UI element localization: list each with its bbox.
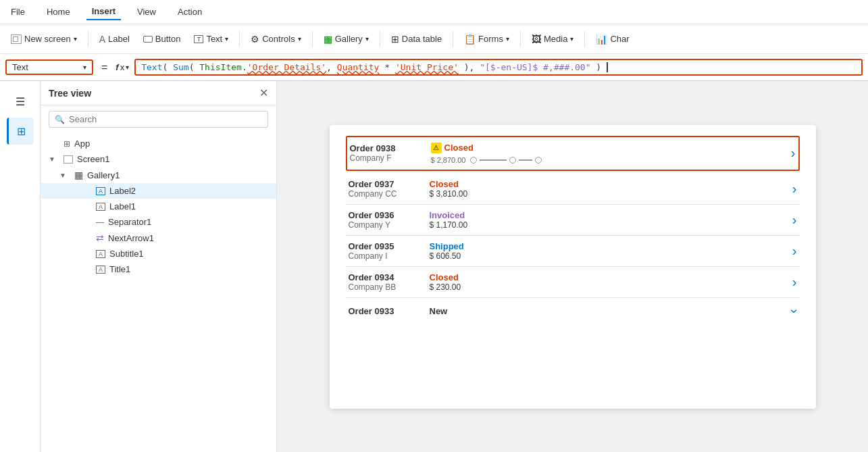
formula-cursor (601, 62, 608, 72)
order-info-3: Order 0935 Company I (349, 241, 430, 261)
formula-text-text: Text (141, 62, 162, 72)
tree-item-app[interactable]: ⊞ App (41, 136, 276, 151)
menu-home[interactable]: Home (41, 4, 76, 20)
tree-item-screen1[interactable]: ▼ Screen1 (41, 151, 276, 167)
menu-view[interactable]: View (132, 4, 161, 20)
fx-chevron-icon: ▾ (126, 64, 129, 71)
tree-item-separator1[interactable]: — Separator1 (41, 214, 276, 230)
gallery-item-0[interactable]: Order 0938 Company F ⚠ Closed $ 2,870.00 (346, 136, 800, 171)
search-input[interactable] (69, 114, 262, 124)
sidebar-hamburger[interactable]: ☰ (7, 88, 34, 115)
formula-text-multiply: * (379, 62, 394, 72)
formula-text-sum: Sum (173, 62, 188, 72)
status-area-3: Shipped $ 606.50 (430, 241, 551, 261)
formula-text-comma1: , (326, 62, 332, 72)
equals-sign: = (101, 61, 107, 74)
screen1-icon (63, 155, 73, 164)
connector-line (480, 159, 507, 161)
divider-7 (584, 31, 585, 47)
chart-button[interactable]: 📊 Char (590, 31, 634, 47)
label1-icon: A (96, 203, 105, 211)
gallery-chevron-icon: ▾ (365, 35, 369, 43)
tree-item-subtitle1[interactable]: A Subtitle1 (41, 246, 276, 261)
handle-right[interactable] (535, 157, 542, 164)
gallery-item-5[interactable]: Order 0933 New › (346, 298, 800, 324)
tree-item-label1[interactable]: A Label1 (41, 199, 276, 214)
handle-mid[interactable] (509, 157, 516, 164)
gallery-item-1[interactable]: Order 0937 Company CC Closed $ 3,810.00 … (346, 174, 800, 205)
status-area-0: ⚠ Closed $ 2,870.00 (431, 143, 553, 164)
sidebar-layers[interactable]: ⊞ (7, 118, 34, 145)
formula-text-quantity: Quantity (337, 62, 380, 72)
tree-item-nextarrow1[interactable]: ⇄ NextArrow1 (41, 230, 276, 246)
menu-action[interactable]: Action (172, 4, 207, 20)
gallery-item-4[interactable]: Order 0934 Company BB Closed $ 230.00 › (346, 267, 800, 298)
chevron-3: › (792, 243, 797, 259)
tree-header: Tree view ✕ (41, 81, 276, 105)
tree-item-gallery1[interactable]: ▼ ▦ Gallery1 (41, 167, 276, 183)
formula-bar: Text ▾ = f x ▾ Text ( Sum ( ThisItem . '… (0, 54, 868, 81)
formula-text-paren2: ( (189, 62, 195, 72)
separator1-icon: — (96, 218, 104, 227)
formula-text-space1 (168, 62, 173, 72)
warning-icon-0: ⚠ (431, 143, 442, 153)
connector-line2 (519, 159, 532, 161)
gallery-item-3[interactable]: Order 0935 Company I Shipped $ 606.50 › (346, 236, 800, 267)
order-info-4: Order 0934 Company BB (349, 272, 430, 292)
subtitle1-icon: A (96, 250, 105, 258)
formula-text-space4 (459, 62, 464, 72)
media-icon: 🖼 (532, 34, 541, 45)
search-icon: 🔍 (55, 115, 65, 124)
label-icon: A (99, 34, 105, 45)
formula-text-space2 (194, 62, 199, 72)
tree-items: ⊞ App ▼ Screen1 ▼ ▦ Gallery1 A Label2 (41, 133, 276, 452)
button-icon (143, 36, 153, 43)
new-screen-chevron-icon: ▾ (74, 35, 77, 43)
formula-selector[interactable]: Text ▾ (5, 59, 93, 75)
forms-button[interactable]: 📋 Forms ▾ (459, 31, 515, 47)
media-button[interactable]: 🖼 Media ▾ (526, 31, 579, 47)
menu-bar: File Home Insert View Action (0, 0, 868, 24)
forms-chevron-icon: ▾ (506, 35, 509, 43)
formula-text-paren4: ) (591, 62, 602, 72)
search-box[interactable]: 🔍 (49, 111, 268, 128)
status-area-2: Invoiced $ 1,170.00 (430, 210, 551, 230)
controls-chevron-icon: ▾ (298, 35, 301, 43)
formula-text-space5 (474, 62, 480, 72)
divider-6 (520, 31, 521, 47)
data-table-button[interactable]: ⊞ Data table (386, 31, 447, 47)
formula-input-box[interactable]: Text ( Sum ( ThisItem . 'Order Details' … (134, 59, 863, 76)
button-button[interactable]: Button (138, 31, 186, 47)
gallery1-icon: ▦ (74, 170, 83, 180)
chevron-1: › (792, 181, 797, 197)
menu-file[interactable]: File (5, 4, 30, 20)
layers-icon: ⊞ (17, 125, 26, 138)
toolbar: New screen ▾ A Label Button T Text ▾ ⚙ C… (0, 24, 868, 54)
divider-4 (380, 31, 380, 47)
order-info-0: Order 0938 Company F (350, 143, 431, 163)
order-info-2: Order 0936 Company Y (349, 210, 430, 230)
gallery-button[interactable]: ▦ Gallery ▾ (318, 31, 374, 47)
handle-left[interactable] (470, 157, 477, 164)
tree-item-label2[interactable]: A Label2 (41, 183, 276, 199)
formula-text-dot: . (242, 62, 247, 72)
chevron-2: › (792, 212, 797, 228)
app-preview: Order 0938 Company F ⚠ Closed $ 2,870.00 (330, 125, 816, 409)
menu-insert[interactable]: Insert (86, 3, 121, 20)
screen1-expand-icon: ▼ (49, 155, 59, 163)
fx-button[interactable]: f x ▾ (116, 62, 129, 72)
new-screen-button[interactable]: New screen ▾ (5, 31, 82, 47)
status-area-1: Closed $ 3,810.00 (430, 179, 551, 199)
tree-close-button[interactable]: ✕ (259, 86, 268, 99)
hamburger-icon: ☰ (16, 95, 25, 108)
chart-icon: 📊 (596, 34, 607, 45)
text-chevron-icon: ▾ (225, 35, 228, 43)
tree-item-title1[interactable]: A Title1 (41, 261, 276, 277)
gallery-icon: ▦ (324, 34, 332, 45)
gallery-item-2[interactable]: Order 0936 Company Y Invoiced $ 1,170.00… (346, 205, 800, 236)
controls-button[interactable]: ⚙ Controls ▾ (245, 31, 306, 47)
label-button[interactable]: A Label (94, 31, 135, 47)
status-area-5: New (430, 306, 551, 316)
text-button[interactable]: T Text ▾ (188, 31, 234, 47)
divider-2 (239, 31, 240, 47)
